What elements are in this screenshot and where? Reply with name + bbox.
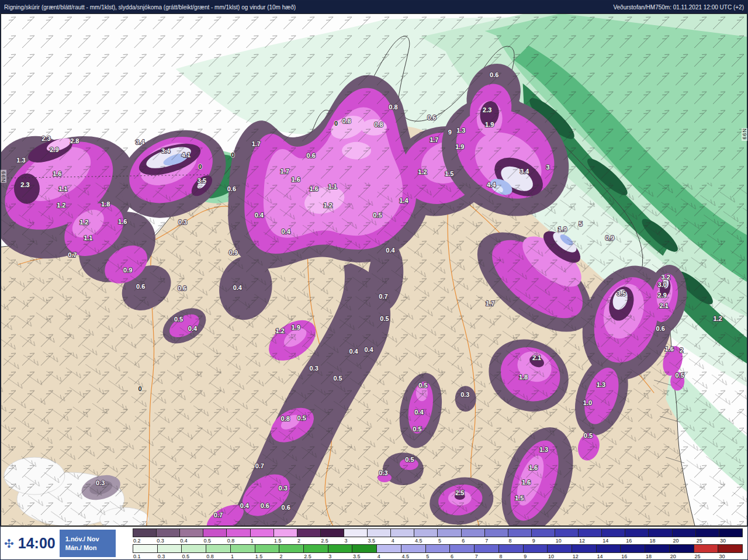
precip-value-label: 0.5 bbox=[380, 315, 389, 322]
precip-value-label: 0.5 bbox=[676, 372, 684, 379]
precip-value-label: 1.1 bbox=[84, 234, 92, 241]
precip-value-label: 1.0 bbox=[583, 399, 592, 406]
legend-color-cell bbox=[438, 529, 461, 537]
precip-value-label: 1.3 bbox=[539, 446, 548, 453]
legend-tick-label: 30 bbox=[718, 553, 743, 560]
legend-tick-label: 5 bbox=[438, 537, 461, 544]
weather-map-canvas: 1.32.32.92.82.31.61.11.21.81.21.61.10.70… bbox=[1, 13, 747, 526]
precip-value-label: 3.4 bbox=[136, 139, 145, 146]
legend-color-cell bbox=[645, 545, 670, 552]
precip-value-label: 0.5 bbox=[174, 316, 183, 323]
legend-color-cell bbox=[344, 529, 368, 537]
legend-color-cell bbox=[255, 545, 280, 552]
precip-value-label: 0.6 bbox=[227, 185, 236, 192]
precip-value-label: 0.4 bbox=[255, 212, 264, 219]
legend-tick-label: 14 bbox=[602, 537, 625, 544]
precip-value-label: 1.6 bbox=[665, 345, 674, 352]
legend-tick-label: 8 bbox=[498, 553, 523, 560]
legend-tick-label: 6 bbox=[450, 553, 475, 560]
legend-color-cell bbox=[597, 545, 621, 552]
legend-tick-label: 18 bbox=[645, 553, 670, 560]
precip-value-label: 1.2 bbox=[418, 168, 427, 175]
legend-tick-label: 25 bbox=[696, 537, 719, 544]
legend-tick-label: 20 bbox=[673, 537, 696, 544]
legend-tick-label: 0.5 bbox=[182, 553, 206, 560]
legend-color-cell bbox=[304, 545, 328, 552]
precip-value-label: 0.4 bbox=[414, 409, 424, 416]
precip-value-label: 1.7 bbox=[486, 300, 494, 307]
precip-value-label: 0.8 bbox=[342, 117, 351, 125]
precip-value-label: 0.7 bbox=[214, 511, 223, 518]
legend-color-cell bbox=[499, 545, 524, 552]
legend-color-cell bbox=[368, 529, 391, 537]
precip-value-label: 4.4 bbox=[487, 181, 496, 188]
legend-color-cell bbox=[182, 545, 206, 552]
precip-value-label: 0.6 bbox=[178, 285, 186, 292]
precip-value-label: 0.3 bbox=[96, 479, 105, 486]
precip-value-label: 1.9 bbox=[558, 226, 567, 233]
precip-value-label: 2.1 bbox=[532, 354, 541, 361]
legend-tick-label: 2 bbox=[297, 537, 320, 544]
precip-value-label: 0.5 bbox=[418, 382, 427, 389]
legend-color-cell bbox=[508, 529, 532, 537]
legend-color-cell bbox=[450, 545, 475, 552]
forecast-date-box: 1.nóv./ Nov Mán./ Mon bbox=[60, 530, 116, 557]
precip-value-label: 1.4 bbox=[399, 197, 408, 204]
precip-value-label: 0.6 bbox=[307, 152, 316, 159]
forecast-weekday: Mán./ Mon bbox=[65, 544, 110, 551]
legend-color-cell bbox=[602, 529, 625, 537]
color-scale-legend: 0.20.30.40.50.811.522.533.544.5567891012… bbox=[133, 527, 747, 560]
precip-value-label: 0.4 bbox=[240, 502, 250, 509]
legend-color-cell bbox=[401, 545, 426, 552]
precip-value-label: 0 bbox=[198, 163, 202, 170]
precip-value-label: 2.3 bbox=[483, 106, 491, 113]
precip-value-label: 1.2 bbox=[79, 219, 88, 226]
legend-color-cell bbox=[297, 529, 321, 537]
precip-value-label: 1.6 bbox=[310, 185, 318, 192]
precip-value-label: 0.3 bbox=[379, 469, 387, 476]
legend-color-cell bbox=[719, 529, 742, 537]
precip-value-label: 0.3 bbox=[178, 219, 187, 226]
legend-tick-label: 1 bbox=[230, 553, 255, 560]
legend-color-cell bbox=[524, 545, 548, 552]
legend-tick-label: 0.3 bbox=[157, 553, 182, 560]
legend-color-cell bbox=[548, 545, 572, 552]
legend-color-cell bbox=[206, 545, 231, 552]
legend-tick-label: 0.4 bbox=[179, 537, 203, 544]
legend-color-cell bbox=[579, 529, 602, 537]
forecast-date: 1.nóv./ Nov bbox=[65, 535, 110, 542]
precip-value-label: 1.1 bbox=[58, 185, 67, 192]
precip-value-label: 0.3 bbox=[460, 391, 469, 398]
precip-value-label: 2.8 bbox=[70, 137, 79, 144]
precip-value-label: 2.3 bbox=[20, 181, 29, 188]
legend-tick-label: 16 bbox=[621, 553, 645, 560]
precip-value-label: 2.1 bbox=[660, 302, 669, 309]
legend-color-cell bbox=[673, 529, 696, 537]
legend-color-cell bbox=[231, 545, 255, 552]
precip-value-label: 1.2 bbox=[713, 315, 722, 322]
precip-value-label: 1.5 bbox=[515, 495, 524, 502]
legend-tick-label: 2.5 bbox=[303, 553, 328, 560]
precip-value-label: 0.4 bbox=[349, 348, 358, 355]
legend-tick-label: 8 bbox=[508, 537, 532, 544]
legend-tick-label: 1 bbox=[250, 537, 273, 544]
precip-value-label: 0.8 bbox=[281, 415, 290, 422]
precip-value-label: 1.6 bbox=[53, 170, 61, 177]
legend-color-cell bbox=[426, 545, 451, 552]
forecast-map-area: 1.32.32.92.82.31.61.11.21.81.21.61.10.70… bbox=[1, 13, 747, 527]
precip-value-label: 0 bbox=[138, 385, 142, 392]
precip-value-label: 0.9 bbox=[123, 267, 132, 274]
legend-tick-label: 12 bbox=[579, 537, 602, 544]
precip-value-label: 3 bbox=[546, 164, 549, 171]
precip-value-label: 0.6 bbox=[427, 114, 436, 121]
time-panel: ✣ 14:00 1.nóv./ Nov Mán./ Mon bbox=[1, 527, 133, 560]
precip-value-label: 1.6 bbox=[292, 176, 300, 183]
forecast-time: 14:00 bbox=[18, 535, 56, 552]
legend-tick-label: 2.5 bbox=[320, 537, 344, 544]
legend-color-cell bbox=[475, 545, 499, 552]
precip-value-label: 1.7 bbox=[252, 140, 261, 147]
legend-tick-label: 1.5 bbox=[255, 553, 279, 560]
legend-color-cell bbox=[391, 529, 414, 537]
precip-value-label: 0.5 bbox=[405, 456, 414, 463]
precip-value-label: 1.2 bbox=[57, 202, 65, 209]
